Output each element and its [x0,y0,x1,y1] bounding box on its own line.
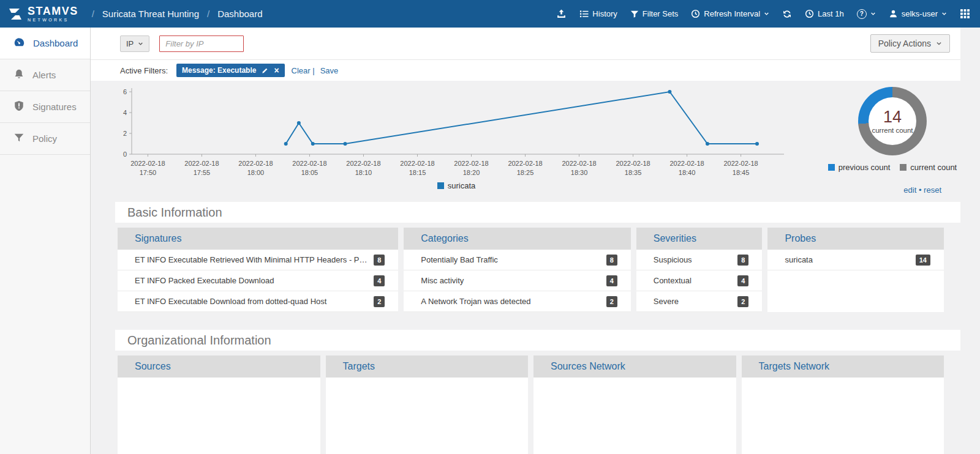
table-row[interactable]: Suspicious8 [636,250,763,270]
stamus-logo[interactable]: STAMVS NETWORKS [7,6,78,22]
info-table: Probessuricata14 [767,228,944,312]
edit-link[interactable]: edit [903,185,916,195]
svg-text:2022-02-18: 2022-02-18 [616,160,650,167]
row-count-badge: 8 [606,255,617,266]
active-filters-bar: Active Filters: Message: Executable× Cle… [91,59,960,81]
table-row[interactable]: Potentially Bad Traffic8 [404,250,630,270]
table-body [742,378,944,454]
svg-text:18:00: 18:00 [247,169,265,176]
table-row[interactable]: suricata14 [767,250,944,270]
svg-text:2022-02-18: 2022-02-18 [669,160,704,167]
info-table: SeveritiesSuspicious8Contextual4Severe2 [636,228,763,312]
legend-swatch [900,164,907,171]
legend-label: suricata [448,181,476,190]
table-row[interactable]: ET INFO Executable Retrieved With Minima… [118,250,398,270]
filter-type-dropdown[interactable]: IP [120,35,149,52]
clock-icon [691,9,700,18]
table-row[interactable]: A Network Trojan was detected2 [404,291,630,312]
time-range-button[interactable]: Last 1h [805,9,844,18]
history-list-icon [579,9,589,18]
breadcrumb-app[interactable]: Suricata Threat Hunting [102,9,199,19]
table-header[interactable]: Sources Network [533,355,736,378]
line-chart-svg: 02462022-02-1817:502022-02-1817:552022-0… [113,87,799,177]
table-header[interactable]: Targets Network [742,355,944,378]
table-row[interactable]: ET INFO Executable Download from dotted-… [118,291,398,312]
filter-toolbar: IP Policy Actions [91,28,960,59]
upload-button[interactable] [556,9,567,19]
table-header[interactable]: Probes [767,228,944,250]
user-menu[interactable]: selks-user [889,9,947,18]
table-header[interactable]: Severities [636,228,763,250]
table-body: suricata14 [767,250,944,312]
svg-text:4: 4 [123,109,127,116]
svg-text:2: 2 [123,130,127,137]
sidebar-item-policy[interactable]: Policy [0,123,90,155]
table-body: Suspicious8Contextual4Severe2 [636,250,763,312]
logo-secondary-text: NETWORKS [28,18,78,22]
alerts-timeline-chart[interactable]: 02462022-02-1817:502022-02-1817:552022-0… [113,87,799,190]
svg-text:18:30: 18:30 [571,169,588,176]
breadcrumb-page[interactable]: Dashboard [217,9,262,19]
table-row[interactable]: Misc activity4 [404,270,630,291]
refresh-sync-icon [782,9,792,19]
donut-ring: 14 current count [858,87,927,155]
main-content: IP Policy Actions Active Filters: Messag… [91,28,980,454]
save-filters-link[interactable]: Save [320,66,339,75]
donut-center-value: 14 [883,109,902,125]
filter-type-label: IP [126,39,134,48]
table-row[interactable]: Contextual4 [636,270,763,291]
svg-text:18:45: 18:45 [733,169,750,176]
user-icon [889,9,898,18]
table-row[interactable]: ET INFO Packed Executable Download4 [118,270,398,291]
sidebar-item-dashboard[interactable]: Dashboard [0,28,90,59]
apps-menu-button[interactable] [960,9,970,19]
basic-information-tables: SignaturesET INFO Executable Retrieved W… [118,228,944,312]
legend-item[interactable]: suricata [437,181,476,190]
filter-chip[interactable]: Message: Executable× [176,64,285,77]
remove-x-icon[interactable]: × [274,67,279,73]
svg-text:2022-02-18: 2022-02-18 [508,160,542,167]
organizational-information-section-header: Organizational Information [115,330,960,351]
row-count-badge: 2 [606,296,617,307]
row-label: suricata [785,255,915,264]
dashboard-edit-reset: edit • reset [903,185,941,195]
reset-link[interactable]: reset [924,185,941,195]
table-body: ET INFO Executable Retrieved With Minima… [118,250,398,312]
filter-search-input[interactable] [159,35,244,52]
table-header[interactable]: Signatures [118,228,398,250]
clock-icon [805,9,814,18]
row-count-badge: 2 [374,296,385,307]
filter-chip-text: Message: Executable [182,66,256,75]
table-header[interactable]: Targets [326,355,529,378]
row-count-badge: 14 [916,255,930,266]
table-header[interactable]: Categories [404,228,630,250]
svg-text:2022-02-18: 2022-02-18 [723,160,758,167]
legend-item[interactable]: previous count [828,163,891,172]
table-row[interactable]: Severe2 [636,291,763,312]
help-dropdown[interactable]: ? [857,9,876,19]
filter-sets-button[interactable]: Filter Sets [630,9,679,18]
refresh-interval-dropdown[interactable]: Refresh Interval [691,9,769,18]
policy-actions-button[interactable]: Policy Actions [870,34,950,53]
row-count-badge: 8 [737,255,748,266]
table-header[interactable]: Sources [118,355,320,378]
donut-center: 14 current count [869,97,916,145]
reload-button[interactable] [782,9,792,19]
history-button[interactable]: History [579,9,617,18]
count-donut-chart[interactable]: 14 current count previous countcurrent c… [840,87,944,172]
clear-filters-link[interactable]: Clear | [292,66,315,75]
legend-label: previous count [839,163,891,172]
svg-text:18:35: 18:35 [625,169,642,176]
sidebar-item-alerts[interactable]: Alerts [0,59,90,91]
sidebar-item-label: Alerts [32,70,56,80]
edit-pencil-icon[interactable] [262,67,268,74]
legend-item[interactable]: current count [900,163,957,172]
row-label: Suspicious [654,255,738,264]
info-table: CategoriesPotentially Bad Traffic8Misc a… [404,228,630,312]
info-table: Sources [118,355,320,454]
sidebar-item-signatures[interactable]: Signatures [0,91,90,123]
policy-actions-label: Policy Actions [878,39,931,48]
svg-text:2022-02-18: 2022-02-18 [562,160,596,167]
row-label: Severe [654,297,738,306]
alerts-bell-icon [13,69,24,81]
